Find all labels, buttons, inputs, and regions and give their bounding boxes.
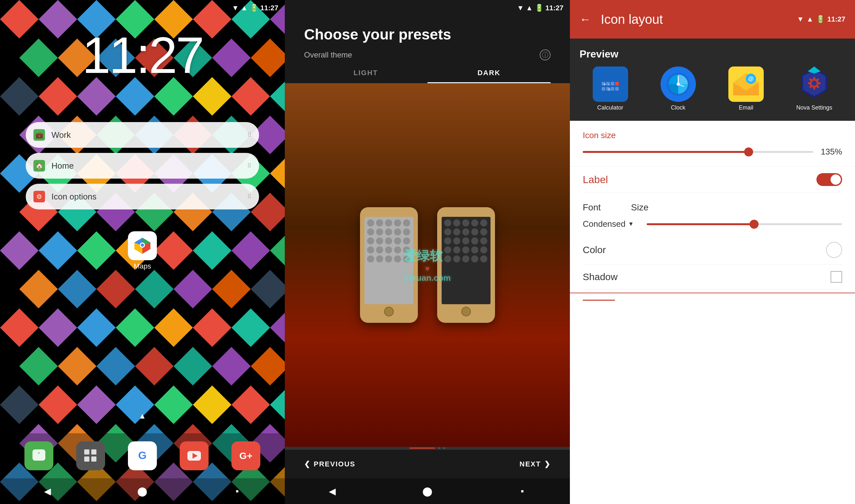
app-dock: " G G+ — [0, 433, 285, 478]
label-toggle-label: Label — [583, 174, 608, 186]
font-selector[interactable]: Condensed ▼ — [583, 219, 634, 229]
color-picker[interactable] — [826, 242, 842, 258]
dock-youtube[interactable] — [180, 442, 209, 470]
presets-nav-home[interactable]: ⬤ — [418, 482, 437, 501]
home-status-bar: ▼ ▲ 🔋 11:27 — [0, 0, 285, 16]
font-section: Font Size Condensed ▼ — [570, 193, 855, 235]
maps-shortcut[interactable]: Maps — [128, 231, 157, 270]
shadow-row: Shadow — [583, 265, 842, 289]
overall-theme-label: Overall theme — [304, 50, 352, 59]
svg-marker-57 — [135, 270, 174, 308]
svg-marker-38 — [270, 154, 285, 193]
icon-options-label: Icon options — [51, 192, 241, 202]
dot — [471, 237, 478, 245]
shadow-checkbox[interactable] — [831, 271, 842, 283]
dot — [453, 246, 460, 253]
presets-nav-recents[interactable]: ▪ — [513, 482, 532, 501]
svg-marker-64 — [116, 308, 154, 347]
calculator-svg: + - = — [599, 73, 622, 95]
dot — [462, 255, 469, 263]
nav-back-button[interactable]: ◀ — [38, 482, 57, 501]
svg-marker-68 — [270, 308, 285, 347]
svg-text:=: = — [608, 87, 610, 92]
svg-text:-: - — [608, 82, 609, 87]
info-icon[interactable]: ⓘ — [540, 50, 551, 60]
font-size-track[interactable] — [647, 223, 842, 225]
icon-size-thumb[interactable] — [744, 147, 753, 157]
icon-size-track[interactable] — [583, 151, 813, 153]
label-toggle-switch[interactable] — [816, 173, 842, 186]
svg-marker-76 — [0, 385, 39, 424]
nav-home-button[interactable]: ⬤ — [133, 482, 152, 501]
svg-marker-46 — [0, 231, 39, 270]
next-button[interactable]: NEXT ❯ — [520, 460, 551, 468]
nav-up-arrow[interactable]: ▲ — [139, 412, 146, 420]
google-icon: G — [134, 448, 151, 464]
svg-marker-53 — [270, 231, 285, 270]
phone-dark-screen — [442, 217, 490, 304]
preview-email: @ Email — [728, 67, 764, 111]
svg-marker-74 — [212, 347, 251, 385]
folder-list: 💼 Work ⠿ 🏠 Home ⠿ ⚙ Icon options ⠿ — [26, 122, 259, 210]
phone-dark-home — [461, 307, 471, 317]
dock-grid[interactable] — [76, 442, 105, 470]
presets-footer: ❮ PREVIOUS NEXT ❯ — [285, 449, 570, 478]
progress-dot — [438, 448, 440, 449]
presets-nav-back[interactable]: ◀ — [323, 482, 342, 501]
svg-rect-120 — [615, 82, 619, 86]
presets-wifi-icon: ▼ — [517, 4, 524, 12]
next-label: NEXT — [520, 460, 541, 468]
folder-home[interactable]: 🏠 Home ⠿ — [26, 153, 259, 179]
icon-size-fill — [583, 151, 749, 153]
maps-label: Maps — [128, 262, 157, 270]
preview-label: Preview — [579, 48, 845, 60]
home-folder-icon: 🏠 — [33, 160, 45, 172]
dot — [394, 255, 401, 263]
status-icons: ▼ ▲ 🔋 11:27 — [232, 4, 278, 12]
dot — [471, 246, 478, 253]
svg-marker-72 — [135, 347, 174, 385]
dot — [394, 237, 401, 245]
font-size-thumb[interactable] — [750, 220, 758, 229]
previous-button[interactable]: ❮ PREVIOUS — [304, 460, 355, 468]
folder-icon-options[interactable]: ⚙ Icon options ⠿ — [26, 184, 259, 210]
svg-text:G+: G+ — [240, 450, 252, 461]
svg-rect-124 — [615, 87, 619, 91]
icon-layout-panel: ← Icon layout ▼ ▲ 🔋 11:27 Preview — [570, 0, 855, 504]
svg-marker-70 — [58, 347, 97, 385]
dock-gplus[interactable]: G+ — [231, 442, 260, 470]
home-folder-label: Home — [51, 161, 241, 171]
back-button[interactable]: ← — [579, 13, 591, 26]
svg-marker-75 — [251, 347, 285, 385]
grid-icon — [83, 448, 99, 464]
label-toggle-row: Label — [583, 167, 842, 193]
clock-status: 11:27 — [260, 4, 278, 12]
svg-marker-83 — [270, 385, 285, 424]
dot — [480, 219, 487, 227]
dot — [403, 228, 410, 235]
dot — [462, 228, 469, 235]
preview-clock: Clock — [661, 67, 696, 111]
progress-dots-row — [285, 447, 570, 449]
svg-marker-58 — [174, 270, 212, 308]
tab-dark[interactable]: DARK — [428, 64, 551, 83]
svg-marker-71 — [97, 347, 135, 385]
presets-bottom-nav: ◀ ⬤ ▪ — [285, 478, 570, 504]
svg-marker-73 — [174, 347, 212, 385]
folder-work[interactable]: 💼 Work ⠿ — [26, 122, 259, 148]
dock-hangouts[interactable]: " — [24, 442, 53, 470]
dot — [367, 219, 374, 227]
dot — [403, 246, 410, 253]
nav-recents-button[interactable]: ▪ — [228, 482, 247, 501]
svg-marker-47 — [39, 231, 77, 270]
tab-light[interactable]: LIGHT — [304, 64, 428, 83]
color-section: Color — [570, 235, 855, 265]
svg-marker-66 — [193, 308, 231, 347]
settings-content: Icon size 135% Label Font Size — [570, 121, 855, 504]
dock-google[interactable]: G — [128, 442, 157, 470]
shadow-label: Shadow — [583, 271, 617, 282]
youtube-icon — [186, 448, 202, 464]
work-drag-handle: ⠿ — [247, 131, 251, 139]
dot — [480, 255, 487, 263]
presets-status-time: 11:27 — [545, 4, 563, 12]
